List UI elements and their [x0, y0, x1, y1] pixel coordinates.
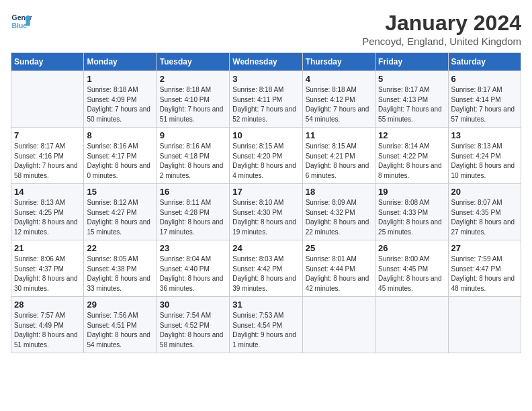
day-number: 3	[232, 74, 299, 84]
day-info: Sunrise: 8:11 AM Sunset: 4:28 PM Dayligh…	[160, 198, 226, 237]
weekday-header-monday: Monday	[84, 53, 157, 71]
day-info: Sunrise: 7:57 AM Sunset: 4:49 PM Dayligh…	[14, 311, 81, 350]
day-info: Sunrise: 8:06 AM Sunset: 4:37 PM Dayligh…	[14, 255, 81, 293]
day-number: 31	[232, 300, 299, 310]
calendar-cell: 25Sunrise: 8:01 AM Sunset: 4:44 PM Dayli…	[302, 240, 375, 297]
day-info: Sunrise: 7:56 AM Sunset: 4:51 PM Dayligh…	[87, 311, 153, 350]
calendar-header: SundayMondayTuesdayWednesdayThursdayFrid…	[11, 53, 521, 71]
day-info: Sunrise: 8:01 AM Sunset: 4:44 PM Dayligh…	[306, 255, 372, 293]
day-info: Sunrise: 8:18 AM Sunset: 4:10 PM Dayligh…	[160, 85, 226, 124]
day-info: Sunrise: 8:16 AM Sunset: 4:18 PM Dayligh…	[160, 142, 226, 181]
weekday-header-row: SundayMondayTuesdayWednesdayThursdayFrid…	[11, 53, 521, 71]
calendar-cell: 15Sunrise: 8:12 AM Sunset: 4:27 PM Dayli…	[84, 184, 157, 240]
calendar-cell	[375, 297, 448, 353]
day-number: 21	[14, 243, 81, 253]
calendar-cell: 11Sunrise: 8:15 AM Sunset: 4:21 PM Dayli…	[302, 128, 375, 184]
day-number: 1	[87, 74, 153, 84]
week-row-4: 28Sunrise: 7:57 AM Sunset: 4:49 PM Dayli…	[11, 297, 521, 353]
day-number: 10	[232, 130, 299, 140]
day-number: 5	[378, 74, 445, 84]
day-info: Sunrise: 8:12 AM Sunset: 4:27 PM Dayligh…	[87, 198, 153, 237]
day-info: Sunrise: 8:09 AM Sunset: 4:32 PM Dayligh…	[306, 198, 372, 237]
weekday-header-thursday: Thursday	[302, 53, 375, 71]
day-info: Sunrise: 8:08 AM Sunset: 4:33 PM Dayligh…	[378, 198, 445, 237]
logo: General Blue	[11, 11, 32, 32]
week-row-1: 7Sunrise: 8:17 AM Sunset: 4:16 PM Daylig…	[11, 128, 521, 184]
week-row-0: 1Sunrise: 8:18 AM Sunset: 4:09 PM Daylig…	[11, 71, 521, 128]
day-info: Sunrise: 7:59 AM Sunset: 4:47 PM Dayligh…	[451, 255, 518, 293]
day-number: 17	[232, 187, 299, 197]
calendar-cell: 14Sunrise: 8:13 AM Sunset: 4:25 PM Dayli…	[11, 184, 84, 240]
weekday-header-tuesday: Tuesday	[157, 53, 229, 71]
calendar-cell: 19Sunrise: 8:08 AM Sunset: 4:33 PM Dayli…	[375, 184, 448, 240]
day-number: 19	[378, 187, 445, 197]
weekday-header-sunday: Sunday	[11, 53, 84, 71]
calendar-cell: 8Sunrise: 8:16 AM Sunset: 4:17 PM Daylig…	[84, 128, 157, 184]
day-info: Sunrise: 8:10 AM Sunset: 4:30 PM Dayligh…	[232, 198, 299, 237]
day-info: Sunrise: 8:13 AM Sunset: 4:24 PM Dayligh…	[451, 142, 518, 181]
day-number: 13	[451, 130, 518, 140]
day-number: 15	[87, 187, 153, 197]
calendar-cell: 23Sunrise: 8:04 AM Sunset: 4:40 PM Dayli…	[157, 240, 229, 297]
weekday-header-saturday: Saturday	[448, 53, 521, 71]
svg-text:Blue: Blue	[12, 22, 28, 30]
calendar-cell: 5Sunrise: 8:17 AM Sunset: 4:13 PM Daylig…	[375, 71, 448, 128]
logo-icon: General Blue	[11, 11, 32, 32]
weekday-header-wednesday: Wednesday	[230, 53, 302, 71]
calendar-body: 1Sunrise: 8:18 AM Sunset: 4:09 PM Daylig…	[11, 71, 521, 353]
week-row-2: 14Sunrise: 8:13 AM Sunset: 4:25 PM Dayli…	[11, 184, 521, 240]
calendar-cell: 27Sunrise: 7:59 AM Sunset: 4:47 PM Dayli…	[448, 240, 521, 297]
day-number: 28	[14, 300, 81, 310]
day-info: Sunrise: 8:05 AM Sunset: 4:38 PM Dayligh…	[87, 255, 153, 293]
day-number: 14	[14, 187, 81, 197]
day-number: 27	[451, 243, 518, 253]
month-title: January 2024	[362, 11, 521, 36]
calendar-cell: 7Sunrise: 8:17 AM Sunset: 4:16 PM Daylig…	[11, 128, 84, 184]
calendar-table: SundayMondayTuesdayWednesdayThursdayFrid…	[11, 52, 521, 353]
day-number: 23	[160, 243, 226, 253]
calendar-cell: 18Sunrise: 8:09 AM Sunset: 4:32 PM Dayli…	[302, 184, 375, 240]
calendar-cell: 6Sunrise: 8:17 AM Sunset: 4:14 PM Daylig…	[448, 71, 521, 128]
calendar-cell: 28Sunrise: 7:57 AM Sunset: 4:49 PM Dayli…	[11, 297, 84, 353]
calendar-cell: 29Sunrise: 7:56 AM Sunset: 4:51 PM Dayli…	[84, 297, 157, 353]
day-number: 2	[160, 74, 226, 84]
day-number: 29	[87, 300, 153, 310]
day-info: Sunrise: 8:13 AM Sunset: 4:25 PM Dayligh…	[14, 198, 81, 237]
calendar-cell: 17Sunrise: 8:10 AM Sunset: 4:30 PM Dayli…	[230, 184, 302, 240]
day-number: 6	[451, 74, 518, 84]
calendar-cell: 30Sunrise: 7:54 AM Sunset: 4:52 PM Dayli…	[157, 297, 229, 353]
weekday-header-friday: Friday	[375, 53, 448, 71]
day-number: 12	[378, 130, 445, 140]
calendar-cell: 24Sunrise: 8:03 AM Sunset: 4:42 PM Dayli…	[230, 240, 302, 297]
calendar-cell: 1Sunrise: 8:18 AM Sunset: 4:09 PM Daylig…	[84, 71, 157, 128]
calendar-cell: 21Sunrise: 8:06 AM Sunset: 4:37 PM Dayli…	[11, 240, 84, 297]
day-number: 16	[160, 187, 226, 197]
calendar-cell: 31Sunrise: 7:53 AM Sunset: 4:54 PM Dayli…	[230, 297, 302, 353]
calendar-cell: 4Sunrise: 8:18 AM Sunset: 4:12 PM Daylig…	[302, 71, 375, 128]
day-info: Sunrise: 8:15 AM Sunset: 4:21 PM Dayligh…	[306, 142, 372, 181]
day-number: 4	[306, 74, 372, 84]
day-number: 25	[306, 243, 372, 253]
day-number: 11	[306, 130, 372, 140]
day-info: Sunrise: 8:15 AM Sunset: 4:20 PM Dayligh…	[232, 142, 299, 181]
day-number: 18	[306, 187, 372, 197]
day-info: Sunrise: 8:16 AM Sunset: 4:17 PM Dayligh…	[87, 142, 153, 181]
day-info: Sunrise: 8:17 AM Sunset: 4:13 PM Dayligh…	[378, 85, 445, 124]
day-info: Sunrise: 8:00 AM Sunset: 4:45 PM Dayligh…	[378, 255, 445, 293]
calendar-cell: 2Sunrise: 8:18 AM Sunset: 4:10 PM Daylig…	[157, 71, 229, 128]
calendar-cell	[302, 297, 375, 353]
day-number: 24	[232, 243, 299, 253]
calendar-cell: 12Sunrise: 8:14 AM Sunset: 4:22 PM Dayli…	[375, 128, 448, 184]
calendar-cell: 16Sunrise: 8:11 AM Sunset: 4:28 PM Dayli…	[157, 184, 229, 240]
day-info: Sunrise: 8:14 AM Sunset: 4:22 PM Dayligh…	[378, 142, 445, 181]
day-info: Sunrise: 7:53 AM Sunset: 4:54 PM Dayligh…	[232, 311, 299, 350]
day-info: Sunrise: 8:07 AM Sunset: 4:35 PM Dayligh…	[451, 198, 518, 237]
day-info: Sunrise: 8:04 AM Sunset: 4:40 PM Dayligh…	[160, 255, 226, 293]
calendar-cell: 26Sunrise: 8:00 AM Sunset: 4:45 PM Dayli…	[375, 240, 448, 297]
week-row-3: 21Sunrise: 8:06 AM Sunset: 4:37 PM Dayli…	[11, 240, 521, 297]
calendar-cell	[11, 71, 84, 128]
day-number: 22	[87, 243, 153, 253]
day-info: Sunrise: 8:17 AM Sunset: 4:14 PM Dayligh…	[451, 85, 518, 124]
title-area: January 2024 Pencoyd, England, United Ki…	[362, 11, 521, 47]
calendar-cell: 13Sunrise: 8:13 AM Sunset: 4:24 PM Dayli…	[448, 128, 521, 184]
